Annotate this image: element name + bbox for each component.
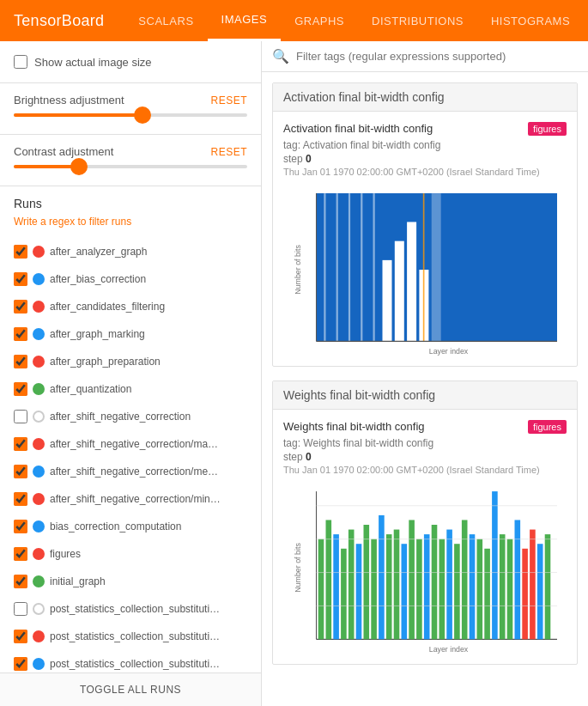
- run-checkbox[interactable]: [14, 492, 27, 506]
- card-weights-title-row: Weights final bit-width config figures: [283, 420, 567, 434]
- svg-rect-37: [439, 539, 446, 640]
- svg-rect-34: [416, 539, 422, 640]
- search-input[interactable]: [296, 50, 578, 63]
- nav-images[interactable]: IMAGES: [208, 0, 282, 41]
- run-name: after_shift_negative_correction/max_per_…: [50, 438, 221, 450]
- run-name: post_statistics_collection_substitutions…: [50, 630, 221, 642]
- run-checkbox[interactable]: [14, 437, 27, 451]
- card-weights-header: Weights final bit-width config: [273, 381, 577, 410]
- run-color-indicator: [33, 548, 45, 560]
- nav-graphs[interactable]: GRAPHS: [281, 0, 358, 41]
- weights-chart: Number of bits Layer index: [283, 482, 567, 654]
- run-checkbox[interactable]: [14, 575, 27, 588]
- show-image-size-checkbox[interactable]: [14, 55, 27, 69]
- svg-rect-30: [386, 534, 392, 639]
- list-item[interactable]: after_shift_negative_correction/max_per_…: [7, 430, 254, 458]
- run-name: post_statistics_collection_substitutions…: [50, 658, 221, 670]
- svg-rect-40: [462, 520, 468, 639]
- run-checkbox[interactable]: [14, 300, 27, 313]
- svg-text:Number of bits: Number of bits: [294, 245, 302, 295]
- nav-time-series[interactable]: TIME SERIES: [584, 0, 588, 41]
- svg-rect-31: [394, 530, 400, 640]
- run-checkbox[interactable]: [14, 327, 27, 341]
- list-item[interactable]: after_shift_negative_correction/min_per_…: [7, 485, 254, 513]
- svg-rect-33: [409, 520, 415, 639]
- list-item[interactable]: bias_correction_computation: [7, 513, 254, 540]
- run-checkbox[interactable]: [14, 630, 27, 643]
- svg-rect-11: [407, 222, 416, 341]
- run-checkbox[interactable]: [14, 602, 27, 616]
- svg-rect-26: [356, 544, 362, 639]
- run-checkbox[interactable]: [14, 657, 27, 671]
- list-item[interactable]: post_statistics_collection_substitutions…: [7, 650, 254, 673]
- run-color-indicator: [33, 575, 45, 587]
- run-checkbox[interactable]: [14, 382, 27, 396]
- card-weights-inner: Weights final bit-width config figures t…: [273, 410, 577, 664]
- list-item[interactable]: post_statistics_collection_substitutions: [7, 595, 254, 623]
- list-item[interactable]: after_quantization: [7, 375, 254, 403]
- list-item[interactable]: after_shift_negative_correction/mean_per…: [7, 458, 254, 485]
- runs-header: Runs Write a regex to filter runs: [0, 186, 261, 238]
- list-item[interactable]: post_statistics_collection_substitutions…: [7, 623, 254, 650]
- run-checkbox[interactable]: [14, 465, 27, 478]
- run-checkbox[interactable]: [14, 272, 27, 286]
- list-item[interactable]: after_candidates_filtering: [7, 293, 254, 320]
- svg-rect-27: [364, 525, 370, 639]
- card-weights-tag: tag: Weights final bit-width config: [283, 437, 567, 449]
- card-weights: Weights final bit-width config Weights f…: [272, 380, 578, 665]
- run-name: after_candidates_filtering: [50, 301, 165, 313]
- run-color-indicator: [33, 411, 45, 423]
- run-checkbox[interactable]: [14, 410, 27, 423]
- runs-filter-label[interactable]: Write a regex to filter runs: [14, 216, 247, 228]
- svg-rect-7: [361, 193, 362, 341]
- svg-rect-46: [507, 539, 513, 640]
- svg-rect-25: [349, 530, 355, 640]
- list-item[interactable]: initial_graph: [7, 568, 254, 595]
- svg-rect-4: [324, 193, 325, 341]
- nav-scalars[interactable]: SCALARS: [124, 0, 207, 41]
- run-checkbox[interactable]: [14, 520, 27, 533]
- svg-rect-21: [318, 539, 324, 640]
- contrast-slider-track[interactable]: [14, 165, 247, 168]
- svg-rect-9: [383, 260, 392, 341]
- main-layout: Show actual image size Brightness adjust…: [0, 41, 588, 706]
- activation-chart-svg: Number of bits Layer index: [283, 184, 567, 356]
- weights-chart-svg: Number of bits Layer index: [283, 482, 567, 654]
- svg-rect-48: [522, 549, 528, 640]
- list-item[interactable]: after_shift_negative_correction: [7, 403, 254, 430]
- run-color-indicator: [33, 301, 45, 313]
- svg-rect-47: [515, 520, 521, 639]
- list-item[interactable]: after_analyzer_graph: [7, 238, 254, 265]
- contrast-reset-button[interactable]: RESET: [210, 146, 247, 158]
- search-bar: 🔍: [262, 41, 588, 72]
- nav-histograms[interactable]: HISTOGRAMS: [477, 0, 584, 41]
- nav-distributions[interactable]: DISTRIBUTIONS: [358, 0, 477, 41]
- brightness-section: Brightness adjustment RESET: [0, 83, 261, 135]
- run-checkbox[interactable]: [14, 355, 27, 368]
- card-activation-title: Activation final bit-width config: [283, 122, 433, 135]
- brightness-slider-track[interactable]: [14, 113, 247, 117]
- brightness-slider-thumb[interactable]: [134, 107, 151, 124]
- list-item[interactable]: after_bias_correction: [7, 265, 254, 293]
- run-color-indicator: [33, 520, 45, 533]
- list-item[interactable]: after_graph_preparation: [7, 348, 254, 375]
- run-name: initial_graph: [50, 575, 106, 587]
- toggle-runs-bar: TOGGLE ALL RUNS: [0, 673, 261, 706]
- show-image-size-row: Show actual image size: [14, 55, 247, 69]
- toggle-all-runs-button[interactable]: TOGGLE ALL RUNS: [80, 684, 181, 696]
- svg-text:Layer index: Layer index: [429, 347, 469, 356]
- list-item[interactable]: after_graph_marking: [7, 320, 254, 348]
- brightness-reset-button[interactable]: RESET: [210, 94, 247, 107]
- card-weights-step: step 0: [283, 451, 567, 463]
- svg-rect-38: [446, 530, 452, 640]
- run-checkbox[interactable]: [14, 245, 27, 259]
- run-color-indicator: [33, 466, 45, 478]
- svg-rect-23: [333, 534, 339, 639]
- list-item[interactable]: figures: [7, 540, 254, 568]
- run-checkbox[interactable]: [14, 547, 27, 561]
- svg-rect-32: [402, 544, 408, 639]
- sidebar-top: Show actual image size: [0, 41, 261, 83]
- card-activation-inner: Activation final bit-width config figure…: [273, 112, 577, 366]
- svg-rect-36: [432, 525, 438, 639]
- contrast-slider-thumb[interactable]: [70, 158, 88, 175]
